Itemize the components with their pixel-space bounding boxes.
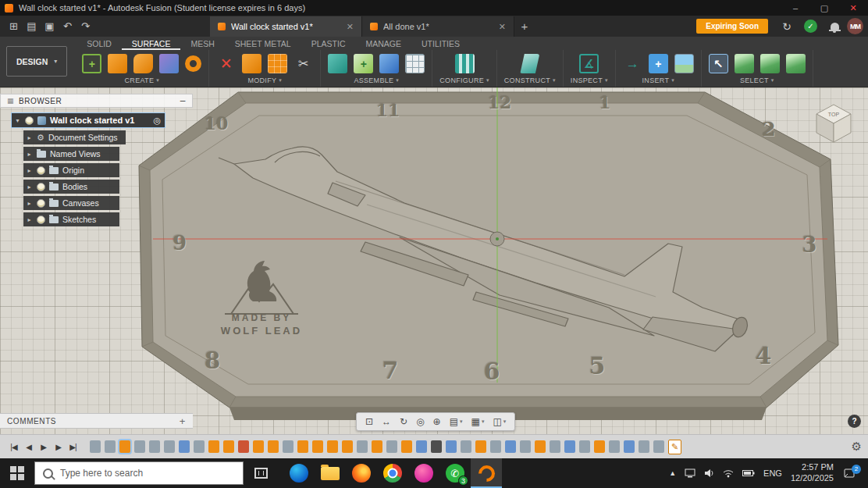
collapse-panel-icon[interactable]: – — [180, 95, 186, 106]
parameters-table-icon[interactable] — [405, 54, 425, 73]
joint-icon[interactable] — [379, 54, 399, 73]
chevron-right-icon[interactable]: ▸ — [26, 151, 33, 158]
construction-plane-icon[interactable] — [520, 54, 539, 73]
delete-icon[interactable]: ✕ — [216, 54, 236, 73]
ribbon-tab-surface[interactable]: SURFACE — [122, 37, 181, 50]
wifi-icon[interactable] — [723, 469, 734, 478]
language-indicator[interactable]: ENG — [763, 468, 782, 478]
workspace-selector[interactable]: DESIGN ▾ — [6, 46, 67, 77]
timeline-feature[interactable] — [238, 440, 249, 453]
pattern-icon[interactable] — [268, 54, 287, 73]
timeline-feature[interactable] — [194, 440, 205, 453]
comments-bar[interactable]: COMMENTS + — [0, 413, 193, 429]
press-pull-icon[interactable] — [242, 54, 261, 73]
timeline-feature[interactable] — [283, 440, 293, 453]
trim-icon[interactable]: ✂ — [293, 54, 313, 73]
redo-icon[interactable]: ↷ — [76, 18, 94, 35]
timeline-feature[interactable] — [342, 440, 353, 453]
ribbon-group-label[interactable]: MODIFY▾ — [247, 75, 282, 86]
browser-item-named-views[interactable]: ▸Named Views — [23, 147, 119, 161]
job-status-icon[interactable]: ↻ — [779, 19, 795, 34]
timeline-settings-icon[interactable]: ⚙ — [852, 440, 862, 454]
expiring-soon-badge[interactable]: Expiring Soon — [696, 19, 768, 34]
step-forward-icon[interactable]: ▶ — [51, 443, 66, 451]
zoom-icon[interactable]: ⊕ — [430, 416, 444, 427]
pan-icon[interactable]: ↔ — [379, 416, 394, 427]
battery-icon[interactable] — [742, 469, 755, 477]
timeline-feature[interactable] — [357, 440, 368, 453]
timeline-feature[interactable] — [446, 440, 457, 453]
fit-view-icon[interactable]: ⊡ — [362, 416, 376, 427]
chevron-right-icon[interactable]: ▸ — [26, 216, 33, 223]
measure-icon[interactable]: ∡ — [579, 54, 599, 73]
timeline-feature[interactable] — [416, 440, 427, 453]
taskbar-file-explorer-icon[interactable] — [315, 458, 346, 488]
taskbar-fusion-icon[interactable] — [471, 458, 502, 488]
view-cube[interactable]: TOP — [809, 97, 859, 147]
close-tab-icon[interactable]: ✕ — [347, 22, 354, 32]
patch-icon[interactable] — [159, 54, 179, 73]
viewport-canvas[interactable]: 121234567891011 MADE BY WOLF LEAD TOP ▦ … — [0, 87, 868, 434]
taskbar-whatsapp-icon[interactable]: ✆3 — [439, 458, 471, 488]
timeline-feature[interactable] — [609, 440, 620, 453]
timeline-feature[interactable] — [119, 440, 130, 453]
timeline-feature[interactable] — [105, 440, 116, 453]
timeline-feature[interactable] — [268, 440, 279, 453]
revolve-icon[interactable] — [185, 55, 201, 72]
timeline-feature[interactable]: ✎ — [668, 440, 681, 454]
monitor-icon[interactable] — [685, 468, 695, 478]
visibility-bulb-icon[interactable] — [37, 183, 45, 191]
document-tab[interactable]: Wall clock started v1*✕ — [210, 16, 362, 37]
grid-layout-icon[interactable]: ▦▾ — [468, 416, 488, 427]
timeline-feature[interactable] — [149, 440, 160, 453]
new-file-icon[interactable]: ▤ — [23, 18, 41, 35]
timeline-feature[interactable] — [520, 440, 531, 453]
browser-item-document-settings[interactable]: ▸⚙Document Settings — [23, 130, 126, 144]
extrude-icon[interactable] — [108, 54, 127, 73]
timeline-feature[interactable] — [550, 440, 560, 453]
timeline-feature[interactable] — [535, 440, 546, 453]
ribbon-tab-sheet-metal[interactable]: SHEET METAL — [225, 37, 301, 50]
timeline-feature[interactable] — [579, 440, 590, 453]
chevron-right-icon[interactable]: ▸ — [26, 134, 33, 141]
timeline-feature[interactable] — [312, 440, 323, 453]
browser-header[interactable]: ▦ BROWSER – — [0, 94, 193, 108]
online-status-icon[interactable]: ✓ — [804, 20, 817, 33]
select-tool-icon[interactable]: ↖ — [709, 54, 728, 73]
new-component-icon[interactable]: + — [354, 54, 373, 73]
speaker-icon[interactable] — [704, 468, 714, 478]
taskbar-media-app-icon[interactable] — [408, 458, 439, 488]
display-cube-icon[interactable] — [786, 54, 806, 73]
look-at-icon[interactable]: ◎ — [413, 416, 427, 427]
add-comment-button[interactable]: + — [180, 415, 186, 427]
timeline-feature[interactable] — [475, 440, 486, 453]
timeline-feature[interactable] — [134, 440, 145, 453]
timeline-feature[interactable] — [386, 440, 397, 453]
play-icon[interactable]: ▶ — [36, 443, 51, 451]
timeline-feature[interactable] — [372, 440, 382, 453]
timeline-feature[interactable] — [639, 440, 649, 453]
timeline-feature[interactable] — [297, 440, 308, 453]
browser-item-bodies[interactable]: ▸Bodies — [23, 180, 119, 194]
close-tab-icon[interactable]: ✕ — [499, 22, 506, 32]
visibility-bulb-icon[interactable] — [25, 116, 34, 125]
browser-item-canvases[interactable]: ▸Canvases — [23, 196, 119, 210]
taskbar-clock[interactable]: 2:57 PM 12/20/2025 — [791, 462, 834, 484]
timeline-feature[interactable] — [490, 440, 501, 453]
insert-derive-icon[interactable]: → — [623, 54, 642, 73]
configuration-icon[interactable] — [455, 54, 475, 73]
ribbon-group-label[interactable]: SELECT▾ — [740, 75, 774, 86]
taskbar-chrome-icon[interactable] — [377, 458, 408, 488]
loft-icon[interactable] — [133, 54, 153, 73]
insert-mesh-icon[interactable]: + — [649, 54, 668, 73]
create-sketch-icon[interactable]: + — [82, 54, 101, 73]
action-center-icon[interactable]: 2 — [844, 468, 856, 479]
chevron-right-icon[interactable]: ▸ — [26, 200, 33, 207]
maximize-button[interactable]: ▢ — [813, 0, 836, 16]
notifications-bell-icon[interactable] — [827, 19, 842, 34]
section-analysis-icon[interactable] — [328, 54, 347, 73]
browser-root-item[interactable]: ▾ Wall clock started v1 ◎ — [11, 112, 165, 128]
display-cube-icon[interactable] — [735, 54, 754, 73]
taskbar-search[interactable]: Type here to search — [34, 461, 244, 485]
timeline-feature[interactable] — [624, 440, 635, 453]
